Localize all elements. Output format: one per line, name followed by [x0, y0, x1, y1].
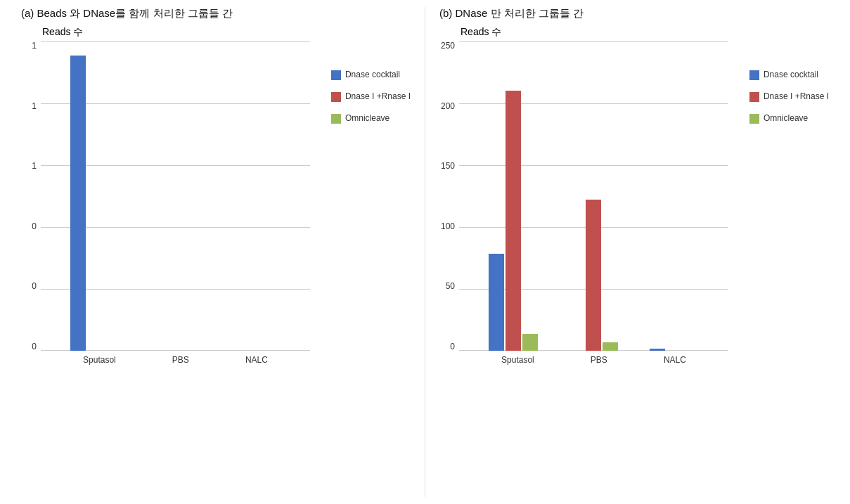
y-tick-100: 100 — [441, 222, 455, 231]
y-tick: 1 — [32, 41, 37, 50]
bar-group-sputasol-b — [489, 91, 538, 351]
x-label-pbs-a: PBS — [172, 355, 189, 365]
legend-color-dnase-rnase-b — [749, 92, 759, 102]
chart-a-title: (a) Beads 와 DNase를 함께 처리한 그룹들 간 — [14, 7, 418, 20]
y-tick: 1 — [32, 162, 37, 170]
chart-b-y-axis: 250 200 150 100 50 0 — [432, 41, 459, 351]
chart-b-inner: 250 200 150 100 50 0 — [432, 41, 728, 365]
chart-a-x-labels: Sputasol PBS NALC — [41, 355, 310, 365]
x-label-sputasol-a: Sputasol — [83, 355, 116, 365]
bar-dnase-cocktail-nalc-b — [650, 349, 665, 351]
legend-label-dnase-cocktail-b: Dnase cocktail — [764, 70, 818, 79]
legend-label-omnicleave-b: Omnicleave — [764, 113, 808, 123]
y-tick: 0 — [32, 282, 37, 290]
y-tick: 0 — [32, 222, 37, 231]
chart-a-legend: Dnase cocktail Dnase I +Rnase I Omniclea… — [324, 41, 418, 124]
y-tick-200: 200 — [441, 102, 455, 110]
legend-item-dnase-cocktail-b: Dnase cocktail — [749, 70, 829, 80]
bar-dnase-rnase-pbs-b — [586, 200, 601, 351]
chart-a-bars — [41, 41, 310, 351]
chart-a-inner: 1 1 1 0 0 0 — [14, 41, 310, 365]
legend-item-dnase-rnase-a: Dnase I +Rnase I — [331, 91, 411, 102]
chart-a-reads-label: Reads 수 — [14, 26, 418, 39]
x-label-nalc-a: NALC — [245, 355, 268, 365]
y-tick: 1 — [32, 102, 37, 110]
bar-dnase-rnase-sputasol-b — [506, 91, 521, 351]
y-tick-150: 150 — [441, 162, 455, 170]
bar-dnase-cocktail-sputasol-b — [489, 254, 504, 351]
legend-color-omnicleave-b — [749, 114, 759, 124]
chart-b-section: (b) DNase 만 처리한 그룹들 간 Reads 수 250 200 15… — [432, 7, 836, 497]
legend-color-dnase-cocktail-b — [749, 70, 759, 80]
legend-item-omnicleave-a: Omnicleave — [331, 113, 411, 124]
section-divider — [425, 7, 425, 497]
chart-b-bars — [459, 41, 728, 351]
legend-label-dnase-rnase-b: Dnase I +Rnase I — [764, 91, 829, 101]
legend-item-dnase-cocktail-a: Dnase cocktail — [331, 70, 411, 80]
bar-omnicleave-pbs-b — [603, 342, 618, 351]
chart-a-section: (a) Beads 와 DNase를 함께 처리한 그룹들 간 Reads 수 … — [14, 7, 418, 497]
legend-label-omnicleave-a: Omnicleave — [345, 113, 389, 123]
legend-label-dnase-rnase-a: Dnase I +Rnase I — [345, 91, 411, 101]
x-label-pbs-b: PBS — [591, 355, 607, 365]
bar-group-nalc-b — [650, 349, 699, 351]
chart-b-title: (b) DNase 만 처리한 그룹들 간 — [432, 7, 836, 20]
bar-group-pbs-b — [569, 200, 618, 351]
legend-item-dnase-rnase-b: Dnase I +Rnase I — [749, 91, 829, 102]
chart-b-plot: Sputasol PBS NALC — [459, 41, 728, 365]
legend-color-omnicleave-a — [331, 114, 341, 124]
main-container: (a) Beads 와 DNase를 함께 처리한 그룹들 간 Reads 수 … — [0, 0, 850, 504]
y-tick-250: 250 — [441, 41, 455, 50]
legend-color-dnase-cocktail-a — [331, 70, 341, 80]
x-label-nalc-b: NALC — [664, 355, 686, 365]
y-tick-50: 50 — [446, 282, 455, 290]
chart-b-reads-label: Reads 수 — [432, 26, 836, 39]
chart-b-x-labels: Sputasol PBS NALC — [459, 355, 728, 365]
x-label-sputasol-b: Sputasol — [501, 355, 534, 365]
chart-b-legend: Dnase cocktail Dnase I +Rnase I Omniclea… — [742, 41, 836, 124]
bar-omnicleave-sputasol-b — [522, 334, 538, 351]
legend-item-omnicleave-b: Omnicleave — [749, 113, 829, 124]
y-tick-0: 0 — [450, 342, 455, 351]
chart-a-y-axis: 1 1 1 0 0 0 — [14, 41, 41, 351]
chart-b-area: 250 200 150 100 50 0 — [432, 41, 836, 497]
chart-a-area: 1 1 1 0 0 0 — [14, 41, 418, 497]
y-tick: 0 — [32, 342, 37, 351]
bar-dnase-cocktail-sputasol-a — [70, 56, 86, 351]
legend-label-dnase-cocktail-a: Dnase cocktail — [345, 70, 400, 79]
chart-a-plot: Sputasol PBS NALC — [41, 41, 310, 365]
bar-group-sputasol-a — [70, 56, 120, 351]
legend-color-dnase-rnase-a — [331, 92, 341, 102]
